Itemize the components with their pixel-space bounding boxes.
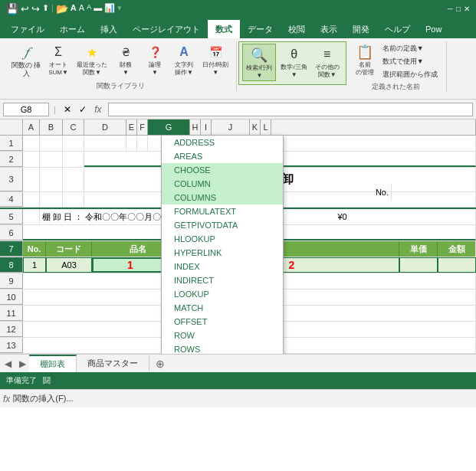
sheet-tab-stocktaking[interactable]: 棚卸表 (29, 355, 77, 372)
row-header-3[interactable]: 3 (0, 168, 23, 191)
dropdown-item-rows[interactable]: ROWS (162, 342, 283, 354)
cell-c3[interactable] (63, 168, 84, 192)
add-sheet-btn[interactable]: ⊕ (149, 355, 171, 372)
insert-function-bottom-btn[interactable]: 関数の挿入(F)... (13, 393, 73, 404)
dropdown-item-index[interactable]: INDEX (162, 260, 283, 273)
finance-btn[interactable]: ₴ 財務▼ (112, 41, 140, 77)
dropdown-item-match[interactable]: MATCH (162, 301, 283, 315)
tab-view[interactable]: 表示 (313, 20, 345, 38)
fx-icon[interactable]: fx (91, 103, 105, 116)
col-header-g[interactable]: G (148, 119, 190, 135)
cell-no-header[interactable]: No. (23, 241, 46, 257)
cancel-formula-btn[interactable]: ✕ (61, 103, 74, 116)
row-header-12[interactable]: 12 (0, 322, 23, 337)
row-header-1[interactable]: 1 (0, 136, 23, 151)
maximize-btn[interactable]: □ (456, 5, 461, 13)
dropdown-item-indirect[interactable]: INDIRECT (162, 273, 283, 287)
open-icon[interactable]: 📂 (56, 3, 68, 15)
dropdown-item-choose[interactable]: CHOOSE (162, 163, 283, 177)
redo-icon[interactable]: ↪ (31, 3, 40, 15)
row-header-8[interactable]: 8 (0, 257, 23, 273)
row-header-6[interactable]: 6 (0, 225, 23, 240)
font2-icon[interactable]: A (79, 3, 84, 15)
cell-b4[interactable] (40, 192, 63, 208)
save-icon[interactable]: 💾 (6, 3, 18, 15)
prev-sheet-btn[interactable]: ◀ (0, 357, 16, 371)
name-box[interactable] (3, 103, 49, 116)
use-in-formula-btn[interactable]: 数式で使用▼ (380, 56, 442, 67)
cell-tanka-8[interactable] (399, 257, 438, 273)
minimize-btn[interactable]: ─ (448, 5, 453, 13)
tab-formula[interactable]: 数式 (208, 20, 240, 38)
tab-power[interactable]: Pow (418, 20, 449, 38)
tab-help[interactable]: ヘルプ (377, 20, 418, 38)
screen-icon[interactable]: ▬ (94, 3, 102, 15)
cell-c1[interactable] (63, 136, 84, 151)
dropdown-item-hlookup[interactable]: HLOOKUP (162, 232, 283, 246)
name-manager-btn[interactable]: 📋 名前の管理 (351, 41, 379, 77)
sheet-tab-products[interactable]: 商品マスター (77, 355, 149, 371)
col-header-i[interactable]: I (201, 119, 212, 135)
tab-home[interactable]: ホーム (52, 20, 93, 38)
row-header-5[interactable]: 5 (0, 209, 23, 224)
cell-a5[interactable] (23, 209, 40, 224)
row-header-7[interactable]: 7 (0, 241, 23, 257)
dropdown-item-column[interactable]: COLUMN (162, 177, 283, 191)
cell-c2[interactable] (63, 152, 84, 167)
font1-icon[interactable]: A (71, 3, 77, 15)
text-btn[interactable]: A 文字列操作▼ (170, 41, 198, 77)
cell-e1[interactable] (126, 136, 137, 151)
close-btn[interactable]: ✕ (464, 5, 470, 13)
undo-icon[interactable]: ↩ (21, 3, 29, 15)
cell-a2[interactable] (23, 152, 40, 167)
insert-function-btn[interactable]: 𝑓 関数の 挿入 (9, 41, 43, 80)
dropdown-item-hyperlink[interactable]: HYPERLINK (162, 246, 283, 260)
row-header-2[interactable]: 2 (0, 152, 23, 167)
logic-btn[interactable]: ❓ 論理▼ (141, 41, 169, 77)
col-header-k[interactable]: K (250, 119, 261, 135)
row-header-10[interactable]: 10 (0, 289, 23, 305)
search-matrix-btn[interactable]: 🔍 検索/行列▼ (242, 44, 276, 81)
dropdown-item-columns[interactable]: COLUMNS (162, 191, 283, 204)
cell-a1[interactable] (23, 136, 40, 151)
math-trig-btn[interactable]: θ 数学/三角▼ (277, 44, 310, 80)
define-name-btn[interactable]: 名前の定義▼ (380, 43, 442, 54)
dropdown-item-areas[interactable]: AREAS (162, 149, 283, 163)
cell-c4[interactable] (63, 192, 84, 208)
confirm-formula-btn[interactable]: ✓ (76, 103, 90, 116)
cell-code-header[interactable]: コード (46, 241, 92, 257)
data-icon2[interactable]: 📊 (104, 3, 115, 15)
tab-page-layout[interactable]: ページレイアウト (125, 20, 208, 38)
cell-no-8[interactable]: 1 (23, 257, 46, 273)
row-header-4[interactable]: 4 (0, 192, 23, 207)
dropdown-item-row[interactable]: ROW (162, 329, 283, 342)
function-dropdown[interactable]: ADDRESS AREAS CHOOSE COLUMN COLUMNS FORM… (161, 135, 284, 354)
dropdown-item-lookup[interactable]: LOOKUP (162, 287, 283, 301)
create-from-selection-btn[interactable]: 選択範囲から作成 (380, 69, 442, 80)
tab-review[interactable]: 校閲 (281, 20, 313, 38)
col-header-d[interactable]: D (84, 119, 126, 135)
col-header-j[interactable]: J (212, 119, 250, 135)
tab-data[interactable]: データ (240, 20, 281, 38)
datetime-btn[interactable]: 📅 日付/時刻▼ (199, 41, 231, 77)
dropdown-item-offset[interactable]: OFFSET (162, 315, 283, 329)
col-header-c[interactable]: C (63, 119, 84, 135)
cell-code-8[interactable]: A03 (46, 257, 92, 273)
other-functions-btn[interactable]: ≡ その他の関数▼ (312, 44, 343, 80)
dropdown-item-getpivotdata[interactable]: GETPIVOTDATA (162, 218, 283, 232)
col-header-h[interactable]: H (190, 119, 201, 135)
font3-icon[interactable]: A (87, 3, 91, 15)
tab-dev[interactable]: 開発 (345, 20, 377, 38)
col-header-b[interactable]: B (40, 119, 63, 135)
col-header-f[interactable]: F (137, 119, 148, 135)
recent-functions-btn[interactable]: ★ 最近使った関数▼ (74, 41, 110, 77)
cell-a4[interactable] (23, 192, 40, 208)
tab-insert[interactable]: 挿入 (93, 20, 125, 38)
dropdown-item-address[interactable]: ADDRESS (162, 136, 283, 149)
formula-input[interactable] (108, 103, 473, 116)
cell-f1[interactable] (137, 136, 148, 151)
col-header-l[interactable]: L (261, 119, 271, 135)
next-sheet-btn[interactable]: ▶ (16, 357, 29, 371)
cell-d1[interactable] (84, 136, 126, 151)
row-header-11[interactable]: 11 (0, 306, 23, 321)
